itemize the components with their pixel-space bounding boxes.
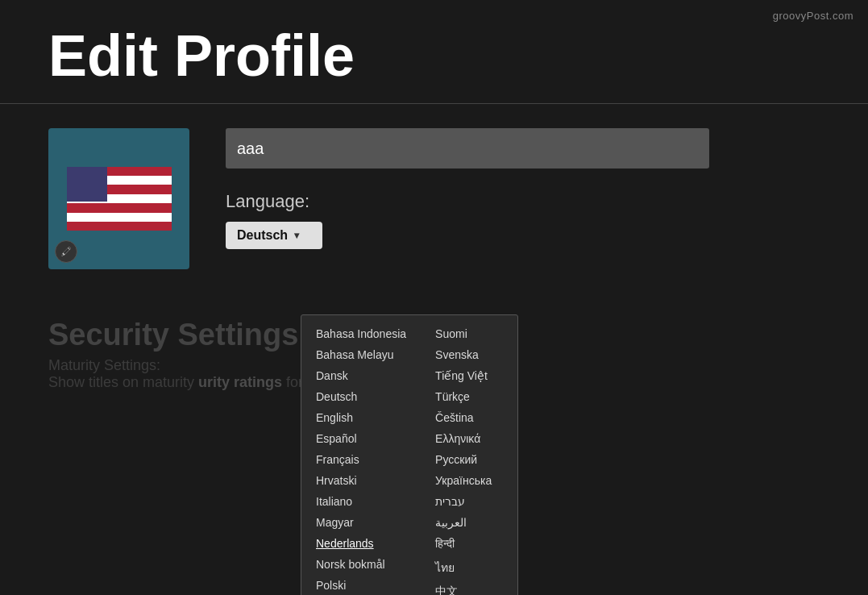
dropdown-arrow-icon: ▾ — [294, 230, 299, 241]
lang-svenska[interactable]: Svenska — [427, 344, 511, 365]
language-label: Language: — [226, 191, 820, 212]
lang-ellinika[interactable]: Ελληνικά — [427, 428, 511, 449]
avatar-box — [48, 128, 189, 269]
language-dropdown-menu: Bahasa Indonesia Bahasa Melayu Dansk Deu… — [301, 314, 518, 595]
lang-polski[interactable]: Polski — [308, 575, 414, 595]
dropdown-left-column: Bahasa Indonesia Bahasa Melayu Dansk Deu… — [301, 323, 421, 595]
flag-icon — [67, 167, 172, 231]
lang-ukrainian[interactable]: Українська — [427, 470, 511, 491]
lang-chinese[interactable]: 中文 — [427, 580, 511, 595]
lang-suomi[interactable]: Suomi — [427, 323, 511, 344]
lang-italiano[interactable]: Italiano — [308, 491, 414, 512]
lang-hindi[interactable]: हिन्दी — [427, 533, 511, 555]
page-title: Edit Profile — [0, 0, 868, 104]
lang-deutsch[interactable]: Deutsch — [308, 386, 414, 407]
stripe-6 — [67, 213, 172, 222]
lang-english[interactable]: English — [308, 407, 414, 428]
lang-russian[interactable]: Русский — [427, 449, 511, 470]
stripe-5 — [67, 203, 172, 212]
maturity-desc-pre: Show titles on maturity — [48, 374, 198, 390]
lang-hrvatski[interactable]: Hrvatski — [308, 470, 414, 491]
language-selected-value: Deutsch — [237, 228, 288, 243]
lang-espanol[interactable]: Español — [308, 428, 414, 449]
lang-tieng-viet[interactable]: Tiếng Việt — [427, 365, 511, 386]
lang-hebrew[interactable]: עברית — [427, 491, 511, 512]
main-content: Language: Deutsch ▾ — [0, 104, 868, 269]
stripe-7 — [67, 222, 172, 231]
lang-arabic[interactable]: العربية — [427, 512, 511, 533]
edit-avatar-button[interactable] — [55, 240, 77, 263]
avatar-section — [48, 128, 193, 269]
language-dropdown-button[interactable]: Deutsch ▾ — [226, 222, 322, 249]
flag-canton — [67, 167, 107, 202]
lang-nederlands[interactable]: Nederlands — [308, 533, 414, 554]
profile-form: Language: Deutsch ▾ — [226, 128, 820, 269]
lang-cestina[interactable]: Čeština — [427, 407, 511, 428]
lang-norsk[interactable]: Norsk bokmål — [308, 554, 414, 575]
lang-magyar[interactable]: Magyar — [308, 512, 414, 533]
dropdown-right-column: Suomi Svenska Tiếng Việt Türkçe Čeština … — [421, 323, 517, 595]
lang-bahasa-melayu[interactable]: Bahasa Melayu — [308, 344, 414, 365]
lang-turkce[interactable]: Türkçe — [427, 386, 511, 407]
lang-thai[interactable]: ไทย — [427, 555, 511, 580]
watermark: groovyPost.com — [773, 10, 853, 22]
name-input[interactable] — [226, 128, 709, 169]
pencil-icon — [60, 246, 72, 257]
maturity-bold: urity ratings — [198, 374, 282, 390]
lang-francais[interactable]: Français — [308, 449, 414, 470]
lang-bahasa-indonesia[interactable]: Bahasa Indonesia — [308, 323, 414, 344]
lang-dansk[interactable]: Dansk — [308, 365, 414, 386]
